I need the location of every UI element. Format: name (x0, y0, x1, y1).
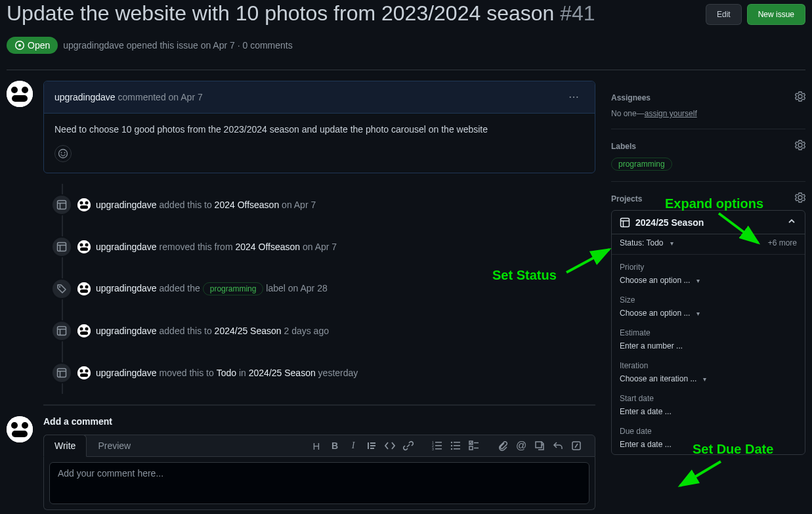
unordered-list-icon[interactable] (446, 437, 465, 455)
heading-icon[interactable]: H (307, 437, 326, 455)
kebab-icon[interactable]: ⋯ (563, 87, 584, 108)
attach-icon[interactable] (494, 437, 512, 455)
comment-date[interactable]: on Apr 7 (169, 92, 203, 102)
project-field-priority: Priority Choose an option ...▾ (612, 257, 805, 290)
svg-rect-54 (454, 442, 460, 443)
project-field-estimate: Estimate Enter a number ... (612, 323, 805, 356)
timeline-event: upgradingdave moved this to Todo in 2024… (43, 352, 595, 394)
project-icon (51, 236, 72, 257)
avatar[interactable] (77, 366, 91, 379)
sidebar-assignees: Assignees No one—assign yourself (611, 81, 805, 129)
svg-point-3 (22, 87, 28, 93)
task-list-icon[interactable] (465, 437, 483, 455)
svg-point-7 (64, 152, 66, 154)
svg-point-32 (85, 328, 89, 331)
avatar[interactable] (77, 198, 91, 211)
gear-icon[interactable] (795, 91, 805, 104)
svg-rect-4 (12, 95, 28, 102)
svg-rect-59 (469, 446, 473, 450)
bold-icon[interactable]: B (326, 437, 344, 455)
table-icon (620, 217, 630, 228)
avatar[interactable] (77, 324, 91, 337)
svg-rect-41 (7, 416, 33, 442)
project-icon (51, 194, 72, 215)
svg-rect-21 (80, 247, 88, 251)
cross-reference-icon[interactable] (530, 437, 549, 455)
avatar[interactable] (77, 240, 91, 253)
more-fields-toggle[interactable]: +6 more (768, 238, 797, 247)
svg-rect-26 (80, 289, 88, 293)
svg-rect-64 (621, 218, 630, 226)
priority-select[interactable]: Choose an option ...▾ (620, 276, 700, 285)
size-select[interactable]: Choose an option ...▾ (620, 309, 700, 318)
project-field-iteration: Iteration Choose an iteration ...▾ (612, 356, 805, 389)
svg-rect-11 (77, 198, 91, 211)
svg-rect-44 (12, 431, 28, 437)
project-field-size: Size Choose an option ...▾ (612, 290, 805, 323)
svg-point-52 (451, 445, 452, 446)
code-icon[interactable] (381, 437, 399, 455)
tab-preview[interactable]: Preview (87, 435, 142, 456)
svg-point-12 (80, 202, 83, 205)
estimate-input[interactable]: Enter a number ... (620, 341, 683, 351)
status-select[interactable]: Status: Todo ▾ (620, 238, 673, 247)
svg-point-31 (80, 328, 83, 331)
issue-title: Update the website with 10 photos from 2… (7, 0, 595, 26)
svg-rect-56 (454, 448, 460, 450)
tag-icon (51, 278, 72, 299)
svg-point-39 (85, 370, 89, 373)
issue-comment: upgradingdave commented on Apr 7 ⋯ Need … (7, 81, 595, 173)
startdate-input[interactable]: Enter a date ... (620, 407, 672, 416)
svg-rect-40 (80, 374, 88, 377)
add-reaction-button[interactable] (54, 145, 72, 162)
reply-icon[interactable] (549, 437, 567, 455)
mention-icon[interactable]: @ (512, 437, 530, 455)
svg-point-42 (11, 422, 18, 429)
labels-title: Labels (611, 142, 636, 151)
gear-icon[interactable] (795, 192, 805, 205)
formatting-toolbar: H B I 123 (298, 437, 595, 455)
svg-rect-8 (58, 201, 66, 209)
comment-textarea[interactable]: Add your comment here... (49, 462, 589, 504)
projects-title: Projects (611, 194, 642, 203)
sidebar: Assignees No one—assign yourself Labels … (611, 81, 805, 510)
smiley-icon (58, 148, 68, 159)
project-icon (51, 320, 72, 341)
issue-header: Update the website with 10 photos from 2… (7, 0, 805, 70)
slash-icon[interactable] (567, 437, 586, 455)
chevron-up-icon[interactable] (786, 216, 797, 228)
assign-yourself-link[interactable]: assign yourself (645, 109, 697, 118)
avatar[interactable] (7, 81, 33, 107)
svg-rect-55 (454, 445, 460, 446)
quote-icon[interactable] (362, 437, 381, 455)
avatar[interactable] (77, 282, 91, 295)
edit-button[interactable]: Edit (706, 4, 742, 25)
issue-meta: upgradingdave opened this issue on Apr 7… (63, 40, 292, 51)
project-name[interactable]: 2024/25 Season (620, 217, 704, 228)
new-issue-button[interactable]: New issue (747, 4, 805, 25)
avatar[interactable] (7, 416, 33, 442)
label-pill[interactable]: programming (203, 282, 264, 295)
italic-icon[interactable]: I (344, 437, 362, 455)
svg-rect-34 (58, 369, 66, 377)
svg-point-38 (80, 370, 83, 373)
label-pill[interactable]: programming (611, 158, 672, 171)
tab-write[interactable]: Write (43, 435, 87, 457)
svg-rect-61 (536, 442, 542, 448)
duedate-input[interactable]: Enter a date ... (620, 440, 672, 449)
svg-rect-18 (77, 240, 91, 253)
svg-rect-33 (80, 332, 88, 335)
author-link[interactable]: upgradingdave (63, 40, 124, 51)
svg-point-25 (85, 286, 89, 289)
timeline-event: upgradingdave added the programming labe… (43, 268, 595, 310)
link-icon[interactable] (399, 437, 417, 455)
svg-rect-49 (435, 445, 442, 446)
timeline-event: upgradingdave added this to 2024/25 Seas… (43, 310, 595, 352)
ordered-list-icon[interactable]: 123 (428, 437, 446, 455)
comment-author[interactable]: upgradingdave (54, 92, 116, 102)
caret-down-icon: ▾ (696, 310, 700, 317)
svg-point-22 (59, 286, 60, 288)
svg-rect-1 (7, 81, 33, 107)
iteration-select[interactable]: Choose an iteration ...▾ (620, 374, 706, 383)
gear-icon[interactable] (795, 140, 805, 152)
